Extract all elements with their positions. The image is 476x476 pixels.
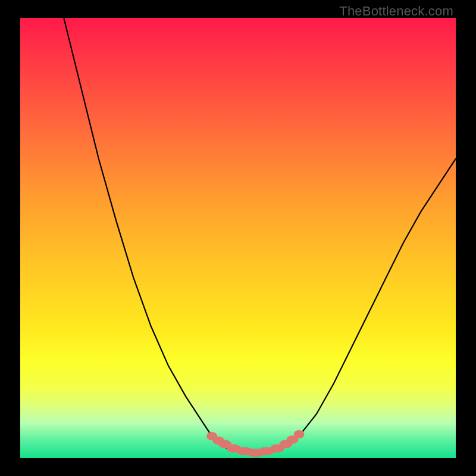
watermark-text: TheBottleneck.com (339, 4, 453, 19)
curve-right-branch (281, 159, 456, 449)
bead-markers (206, 430, 304, 457)
bottleneck-chart (20, 18, 456, 458)
curve-left-branch (64, 18, 229, 449)
bead-marker (294, 430, 305, 439)
